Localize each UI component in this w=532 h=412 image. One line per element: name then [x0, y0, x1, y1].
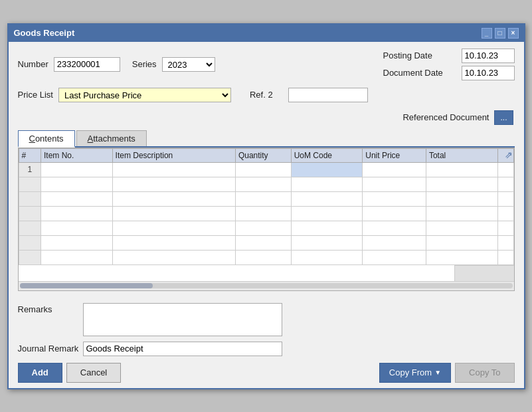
- remarks-textarea[interactable]: [83, 303, 282, 336]
- number-label: Number: [18, 59, 48, 69]
- document-date-input[interactable]: [462, 66, 515, 80]
- copy-from-arrow-icon: ▼: [434, 369, 441, 376]
- items-table: # Item No. Item Description Quantity UoM…: [19, 148, 514, 265]
- table-row: [19, 250, 513, 264]
- expand-icon[interactable]: ⇗: [505, 150, 513, 160]
- table-row: [19, 191, 513, 206]
- table-row: 1: [19, 162, 513, 177]
- scrollbar-track: [20, 283, 513, 288]
- referenced-document-row: Referenced Document ...: [18, 110, 515, 125]
- close-button[interactable]: ×: [508, 28, 519, 39]
- series-label: Series: [132, 59, 157, 69]
- col-header-num: #: [19, 148, 41, 162]
- remarks-row: Remarks: [18, 303, 515, 336]
- tab-contents[interactable]: Contents: [18, 130, 75, 148]
- minimize-button[interactable]: _: [482, 28, 492, 39]
- document-date-label: Document Date: [383, 68, 456, 78]
- title-bar: Goods Receipt _ □ ×: [9, 25, 524, 42]
- total-cell[interactable]: [426, 162, 497, 177]
- journal-remark-input[interactable]: [83, 342, 282, 356]
- table-header-row: # Item No. Item Description Quantity UoM…: [19, 148, 513, 162]
- referenced-document-button[interactable]: ...: [494, 110, 513, 125]
- window-controls: _ □ ×: [482, 28, 519, 39]
- left-form-fields: Number Series 2023 2022 Posting Date: [18, 49, 515, 106]
- maximize-button[interactable]: □: [495, 28, 505, 39]
- remarks-label: Remarks: [18, 303, 78, 314]
- posting-date-row: Posting Date: [383, 49, 515, 63]
- scrollbar-thumb[interactable]: [20, 283, 153, 288]
- copy-from-button[interactable]: Copy From ▼: [379, 363, 451, 383]
- price-list-label: Price List: [18, 90, 53, 100]
- referenced-document-label: Referenced Document: [402, 112, 489, 122]
- data-table-container: ⇗ # Item No. Item Description: [18, 148, 515, 291]
- quantity-cell[interactable]: [235, 162, 291, 177]
- series-select[interactable]: 2023 2022: [162, 57, 215, 72]
- posting-date-label: Posting Date: [383, 51, 456, 60]
- goods-receipt-window: Goods Receipt _ □ × Number Series 2023 2…: [7, 23, 525, 389]
- cancel-button[interactable]: Cancel: [66, 363, 121, 383]
- journal-remark-row: Journal Remark: [18, 342, 515, 356]
- tab-contents-label: Contents: [29, 134, 64, 144]
- right-date-fields: Posting Date Document Date: [383, 49, 515, 80]
- copy-from-label: Copy From: [389, 367, 432, 377]
- table-row: [19, 177, 513, 191]
- number-series-row: Number Series 2023 2022 Posting Date: [18, 49, 515, 80]
- table-row: [19, 206, 513, 221]
- journal-remark-label: Journal Remark: [18, 344, 78, 354]
- tab-attachments-label: Attachments: [88, 134, 135, 144]
- table-row: [19, 235, 513, 250]
- horizontal-scrollbar[interactable]: [19, 281, 514, 290]
- copy-to-button[interactable]: Copy To: [455, 363, 514, 383]
- bottom-area: Remarks Journal Remark Add Cancel Copy F…: [9, 298, 524, 388]
- price-list-row: Price List Last Purchase Price Standard …: [18, 88, 515, 102]
- table-row: [19, 221, 513, 235]
- tab-attachments[interactable]: Attachments: [76, 130, 147, 146]
- row-num: 1: [19, 162, 41, 177]
- uom-cell[interactable]: [291, 162, 363, 177]
- unit-price-cell[interactable]: [363, 162, 426, 177]
- document-date-row: Document Date: [383, 66, 515, 80]
- tab-bar: Contents Attachments: [18, 130, 515, 148]
- item-no-cell[interactable]: [41, 162, 112, 177]
- posting-date-input[interactable]: [462, 49, 515, 63]
- col-header-unit-price: Unit Price: [363, 148, 426, 162]
- window-title: Goods Receipt: [14, 28, 75, 38]
- button-bar: Add Cancel Copy From ▼ Copy To: [18, 363, 515, 383]
- col-header-uom: UoM Code: [291, 148, 363, 162]
- price-list-select[interactable]: Last Purchase Price Standard Price: [58, 88, 231, 102]
- number-input[interactable]: [54, 57, 120, 72]
- item-desc-cell[interactable]: [112, 162, 235, 177]
- add-button[interactable]: Add: [18, 363, 62, 383]
- col-header-item-desc: Item Description: [112, 148, 235, 162]
- header-fields: Number Series 2023 2022 Posting Date: [18, 49, 515, 106]
- ref2-input[interactable]: [288, 88, 368, 102]
- col-header-item-no: Item No.: [41, 148, 112, 162]
- ref2-label: Ref. 2: [250, 90, 283, 100]
- col-header-total: Total: [426, 148, 497, 162]
- col-header-quantity: Quantity: [235, 148, 291, 162]
- form-content: Number Series 2023 2022 Posting Date: [9, 42, 524, 298]
